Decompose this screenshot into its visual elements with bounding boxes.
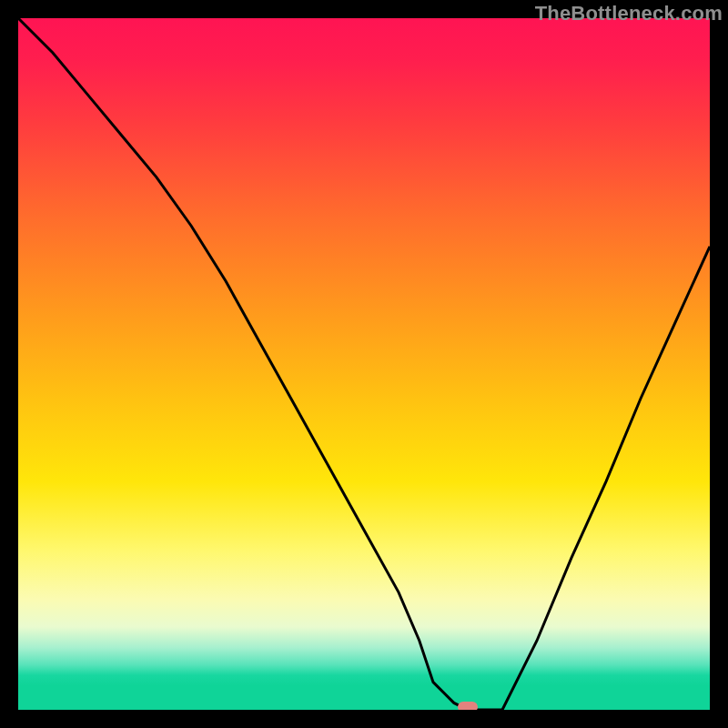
watermark-text: TheBottleneck.com [535, 2, 723, 25]
plot-area [18, 18, 710, 710]
frame-right [710, 18, 728, 710]
bottleneck-curve [18, 18, 710, 710]
x-axis [18, 710, 710, 728]
frame-corner [0, 710, 18, 728]
frame-corner [0, 0, 18, 18]
frame-corner [710, 710, 728, 728]
y-axis [0, 18, 18, 710]
chart-container: TheBottleneck.com [0, 0, 728, 728]
